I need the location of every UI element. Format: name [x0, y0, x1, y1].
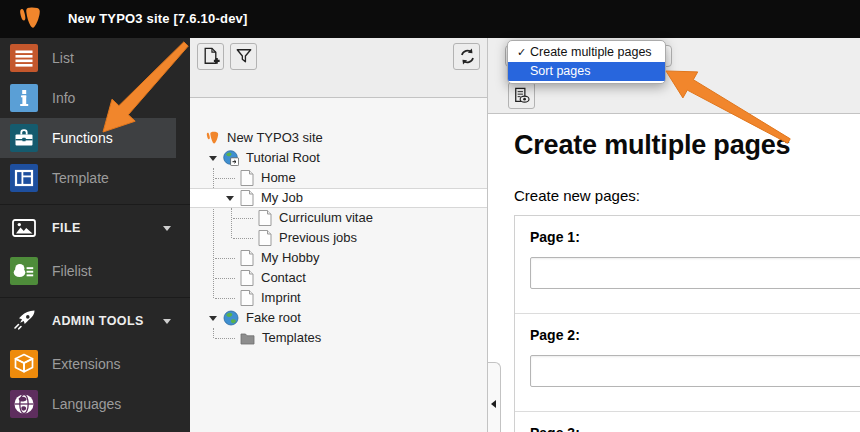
page-icon — [258, 210, 272, 226]
module-label: List — [52, 50, 74, 66]
chevron-down-icon — [163, 226, 171, 231]
document-eye-icon — [509, 83, 534, 108]
globe-icon — [223, 310, 239, 326]
admin-tools-section-icon — [10, 307, 38, 335]
file-section-icon — [10, 214, 38, 242]
page-icon — [240, 270, 254, 286]
tree-node-label: Previous jobs — [279, 228, 357, 248]
menu-item-sort-pages[interactable]: Sort pages — [508, 62, 665, 81]
tree-node[interactable]: Previous jobs — [190, 228, 487, 248]
tree-node[interactable]: Tutorial Root — [190, 148, 487, 168]
page-icon — [240, 190, 254, 206]
tree-node-label: New TYPO3 site — [227, 128, 323, 148]
module-label: Languages — [52, 396, 121, 412]
page-field-block: Page 3: — [515, 411, 860, 432]
module-template[interactable]: Template — [0, 158, 190, 198]
module-functions[interactable]: Functions — [0, 118, 190, 158]
module-label: Filelist — [52, 263, 92, 279]
tree-node[interactable]: Fake root — [190, 308, 487, 328]
cache-view-button[interactable] — [508, 82, 535, 109]
tree-node-label: Tutorial Root — [246, 148, 320, 168]
module-info[interactable]: Info — [0, 78, 190, 118]
tree-collapse-handle[interactable] — [487, 362, 501, 432]
page-2-input[interactable] — [530, 355, 860, 387]
page-2-label: Page 2: — [530, 327, 860, 343]
section-admin-tools[interactable]: ADMIN TOOLS — [0, 298, 190, 344]
page-icon — [258, 230, 272, 246]
section-file[interactable]: FILE — [0, 205, 190, 251]
page-icon — [240, 170, 254, 186]
module-body: Create multiple pages Create new pages: … — [488, 114, 860, 432]
page-icon — [240, 290, 254, 306]
tree-node-label: My Hobby — [261, 248, 320, 268]
tree-node[interactable]: Contact — [190, 268, 487, 288]
tree-node-selected[interactable]: My Job — [190, 188, 487, 208]
list-module-icon — [10, 44, 38, 72]
new-page-button[interactable] — [197, 43, 224, 70]
page-field-block: Page 1: — [515, 216, 860, 313]
folder-icon — [240, 332, 255, 345]
tree-node[interactable]: My Hobby — [190, 248, 487, 268]
tree-node-label: Contact — [261, 268, 306, 288]
section-label: ADMIN TOOLS — [52, 314, 144, 328]
tree-node-label: My Job — [261, 188, 303, 208]
page-3-label: Page 3: — [530, 425, 860, 432]
new-page-icon — [198, 44, 223, 69]
typo3-logo-icon — [205, 131, 220, 146]
intro-text: Create new pages: — [514, 187, 860, 204]
site-globe-icon — [223, 150, 239, 166]
tree-node-label: Imprint — [261, 288, 301, 308]
info-module-icon — [10, 84, 38, 112]
refresh-button[interactable] — [453, 43, 480, 70]
module-menu: List Info Functions — [0, 38, 190, 432]
menu-item-label: Sort pages — [530, 62, 590, 81]
page-icon — [240, 250, 254, 266]
page-tree-panel: New TYPO3 site Tutorial Root — [190, 38, 488, 432]
module-label: Extensions — [52, 356, 120, 372]
module-languages[interactable]: Languages — [0, 384, 190, 424]
menu-item-label: Create multiple pages — [530, 43, 652, 62]
page-field-block: Page 2: — [515, 313, 860, 411]
tree-node-label: Templates — [262, 328, 321, 348]
tree-node-label: Home — [261, 168, 296, 188]
tree-node[interactable]: Curriculum vitae — [190, 208, 487, 228]
filter-icon — [231, 44, 256, 69]
site-title: New TYPO3 site [7.6.10-dev] — [68, 0, 248, 38]
tree-node[interactable]: Home — [190, 168, 487, 188]
module-extensions[interactable]: Extensions — [0, 344, 190, 384]
create-pages-form: Page 1: Page 2: Page 3: — [514, 215, 860, 432]
filter-button[interactable] — [230, 43, 257, 70]
page-1-input[interactable] — [530, 257, 860, 289]
languages-module-icon — [10, 390, 38, 418]
typo3-logo-icon[interactable] — [17, 6, 43, 32]
content-panel: Create multiple pages Create multiple pa… — [488, 38, 860, 432]
tree-node[interactable]: Imprint — [190, 288, 487, 308]
template-module-icon — [10, 164, 38, 192]
tree-node[interactable]: Templates — [190, 328, 487, 348]
module-label: Template — [52, 170, 109, 186]
tree-node-root[interactable]: New TYPO3 site — [190, 128, 487, 148]
collapse-caret-icon[interactable] — [209, 316, 217, 321]
module-label: Functions — [52, 130, 113, 146]
tree-node-label: Fake root — [246, 308, 301, 328]
collapse-caret-icon[interactable] — [226, 196, 234, 201]
functions-module-icon — [10, 124, 38, 152]
tree-toolbar — [190, 38, 487, 98]
filelist-module-icon — [10, 257, 38, 285]
collapse-caret-icon[interactable] — [209, 156, 217, 161]
checkmark-icon: ✓ — [517, 43, 530, 62]
chevron-down-icon — [163, 319, 171, 324]
function-dropdown-menu: ✓ Create multiple pages Sort pages — [507, 40, 666, 84]
tree-node-label: Curriculum vitae — [279, 208, 373, 228]
page-1-label: Page 1: — [530, 229, 860, 245]
menu-item-create-multiple-pages[interactable]: ✓ Create multiple pages — [508, 43, 665, 62]
page-tree: New TYPO3 site Tutorial Root — [190, 128, 487, 348]
page-title: Create multiple pages — [514, 131, 860, 161]
refresh-icon — [454, 44, 479, 69]
extensions-module-icon — [10, 350, 38, 378]
module-list[interactable]: List — [0, 38, 190, 78]
module-filelist[interactable]: Filelist — [0, 251, 190, 291]
collapse-arrow-icon — [491, 400, 496, 408]
typo3-backend: New TYPO3 site [7.6.10-dev] List Info — [0, 0, 860, 432]
topbar: New TYPO3 site [7.6.10-dev] — [0, 0, 860, 38]
